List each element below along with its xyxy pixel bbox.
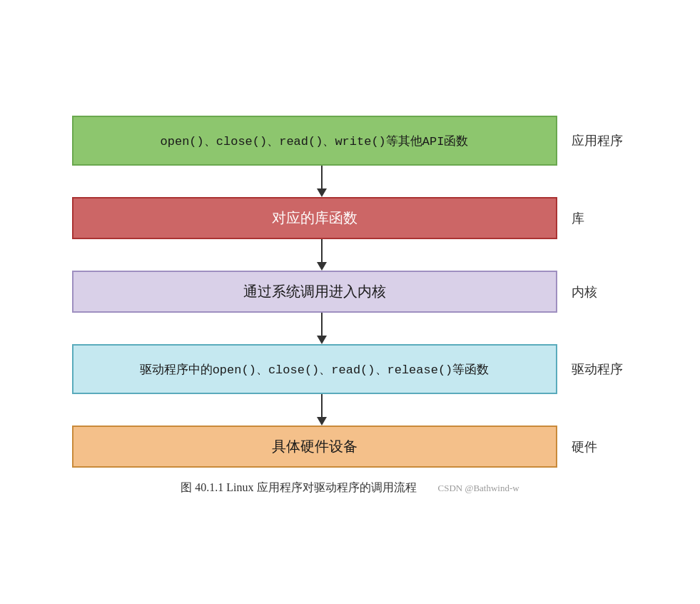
arrow-1 <box>108 166 593 197</box>
label-lib: 库 <box>572 210 629 227</box>
arrow-icon-4 <box>317 394 327 426</box>
arrow-icon-3 <box>317 313 327 344</box>
box-hw: 具体硬件设备 <box>72 426 557 468</box>
box-kernel: 通过系统调用进入内核 <box>72 271 557 313</box>
layer-row-kernel: 通过系统调用进入内核 内核 <box>14 271 686 313</box>
diagram-container: open()、close()、read()、write()等其他API函数 应用… <box>0 94 700 510</box>
layer-row-lib: 对应的库函数 库 <box>14 197 686 239</box>
layer-row-driver: 驱动程序中的open()、close()、read()、release()等函数… <box>14 344 686 394</box>
arrow-3 <box>108 313 593 344</box>
box-lib: 对应的库函数 <box>72 197 557 239</box>
label-driver: 驱动程序 <box>572 361 629 378</box>
arrow-2 <box>108 239 593 271</box>
arrow-icon-2 <box>317 239 327 271</box>
caption-area: 图 40.1.1 Linux 应用程序对驱动程序的调用流程 CSDN @Bath… <box>14 480 686 495</box>
box-driver: 驱动程序中的open()、close()、read()、release()等函数 <box>72 344 557 394</box>
layer-row-hw: 具体硬件设备 硬件 <box>14 426 686 468</box>
layer-row-app: open()、close()、read()、write()等其他API函数 应用… <box>14 116 686 166</box>
box-app: open()、close()、read()、write()等其他API函数 <box>72 116 557 166</box>
label-hw: 硬件 <box>572 438 629 455</box>
label-app: 应用程序 <box>572 132 629 149</box>
label-kernel: 内核 <box>572 283 629 301</box>
arrow-4 <box>108 394 593 426</box>
caption-text: 图 40.1.1 Linux 应用程序对驱动程序的调用流程 <box>181 480 416 495</box>
arrow-icon-1 <box>317 166 327 197</box>
caption-brand: CSDN @Bathwind-w <box>438 483 519 494</box>
